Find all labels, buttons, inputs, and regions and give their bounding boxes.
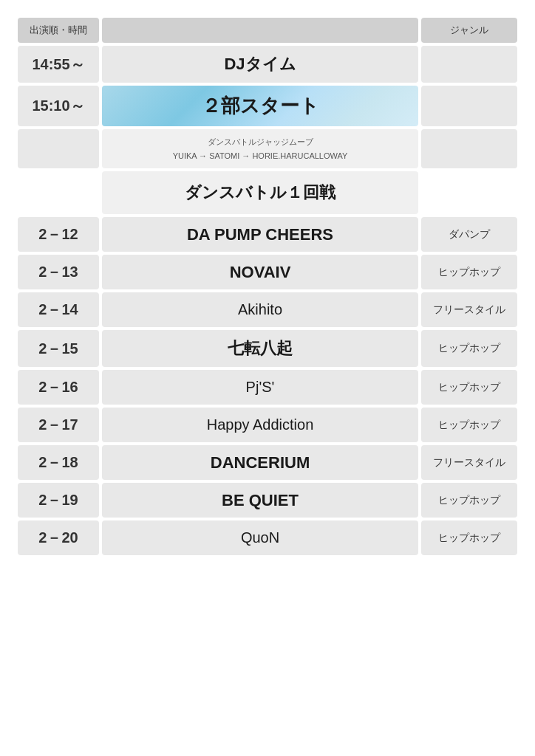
table-row: 14:55～DJタイム — [18, 46, 517, 83]
judge-info-cell: ダンスバトルジャッジムーブYUIKA → SATOMI → HORIE.HARU… — [102, 129, 418, 168]
table-row: 2－20QuoNヒップホップ — [18, 520, 517, 555]
empty-cell — [18, 129, 99, 168]
time-cell: 2－16 — [18, 370, 99, 405]
time-cell: 15:10～ — [18, 86, 99, 126]
name-cell: Akihito — [102, 292, 418, 327]
table-row: 2－16Pj'S'ヒップホップ — [18, 370, 517, 405]
name-cell: Pj'S' — [102, 370, 418, 405]
name-cell: Happy Addiction — [102, 408, 418, 442]
genre-cell: ヒップホップ — [421, 255, 517, 289]
time-cell: 2－19 — [18, 483, 99, 518]
schedule-table: 出演順・時間 ジャンル 14:55～DJタイム15:10～２部スタートダンスバト… — [15, 15, 520, 558]
name-cell: ２部スタート — [102, 86, 418, 126]
table-row: 2－18DANCERIUMフリースタイル — [18, 445, 517, 480]
name-cell: DA PUMP CHEERS — [102, 217, 418, 252]
header-time: 出演順・時間 — [18, 18, 99, 43]
time-cell: 2－12 — [18, 217, 99, 252]
name-cell: DJタイム — [102, 46, 418, 83]
genre-cell: フリースタイル — [421, 445, 517, 480]
genre-cell: ヒップホップ — [421, 370, 517, 405]
table-header: 出演順・時間 ジャンル — [18, 18, 517, 43]
info-row: ダンスバトルジャッジムーブYUIKA → SATOMI → HORIE.HARU… — [18, 129, 517, 168]
empty-cell — [18, 171, 99, 214]
table-row: 2－14Akihitoフリースタイル — [18, 292, 517, 327]
table-row: 2－12DA PUMP CHEERSダパンプ — [18, 217, 517, 252]
battle-header-row: ダンスバトル１回戦 — [18, 171, 517, 214]
genre-cell: フリースタイル — [421, 292, 517, 327]
table-row: 2－13NOVAIVヒップホップ — [18, 255, 517, 289]
genre-cell — [421, 86, 517, 126]
time-cell: 2－18 — [18, 445, 99, 480]
name-cell: BE QUIET — [102, 483, 418, 518]
time-cell: 14:55～ — [18, 46, 99, 83]
name-cell: NOVAIV — [102, 255, 418, 289]
genre-cell: ヒップホップ — [421, 330, 517, 367]
header-genre: ジャンル — [421, 18, 517, 43]
genre-cell: ダパンプ — [421, 217, 517, 252]
name-cell: QuoN — [102, 520, 418, 555]
genre-cell: ヒップホップ — [421, 408, 517, 442]
empty-cell — [421, 129, 517, 168]
genre-cell: ヒップホップ — [421, 483, 517, 518]
header-name — [102, 18, 418, 43]
table-row: 15:10～２部スタート — [18, 86, 517, 126]
genre-cell: ヒップホップ — [421, 520, 517, 555]
table-row: 2－17Happy Addictionヒップホップ — [18, 408, 517, 442]
battle-title-cell: ダンスバトル１回戦 — [102, 171, 418, 214]
time-cell: 2－14 — [18, 292, 99, 327]
genre-cell — [421, 46, 517, 83]
empty-cell — [421, 171, 517, 214]
name-cell: 七転八起 — [102, 330, 418, 367]
time-cell: 2－17 — [18, 408, 99, 442]
time-cell: 2－13 — [18, 255, 99, 289]
table-row: 2－19BE QUIETヒップホップ — [18, 483, 517, 518]
name-cell: DANCERIUM — [102, 445, 418, 480]
time-cell: 2－15 — [18, 330, 99, 367]
time-cell: 2－20 — [18, 520, 99, 555]
table-row: 2－15七転八起ヒップホップ — [18, 330, 517, 367]
